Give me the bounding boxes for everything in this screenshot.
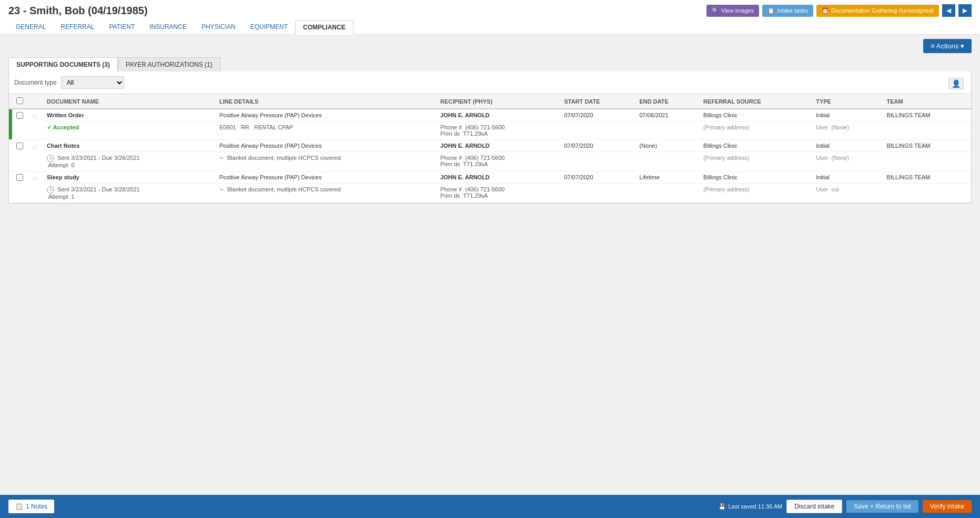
recipient-main-cell: JOHN E. ARNOLD [436,109,560,121]
header: 23 - Smith, Bob (04/19/1985) 🔍 View imag… [0,0,980,35]
documents-table: DOCUMENT NAME LINE DETAILS RECIPIENT (PH… [9,94,971,203]
table-row-detail-2: Sent 3/23/2021 - Due 3/26/2021 Attempt 0… [9,152,971,171]
start-date-cell: 07/07/2020 [560,109,635,121]
select-all-checkbox[interactable] [16,97,23,104]
referral-source-sub-cell-2: (Primary address) [699,152,812,171]
doc-name-cell-2: Chart Notes [43,140,215,152]
header-buttons: 🔍 View images 📋 Intake tasks ⏰ Documenta… [706,4,972,17]
referral-source-main-cell-3: Billings Clinic [699,171,812,184]
doc-gathering-button[interactable]: ⏰ Documentation Gathering /(unassigned) [816,5,939,17]
row-checkbox-2[interactable] [16,143,23,149]
doc-name-cell: Written Order [43,109,215,121]
content: ≡ Actions ▾ SUPPORTING DOCUMENTS (3) PAY… [0,35,980,208]
recipient-name: JOHN E. ARNOLD [440,112,490,118]
end-date-detail-3 [635,184,700,203]
referral-source-main-cell-2: Billings Clinic [699,140,812,152]
tab-payer-auth[interactable]: PAYER AUTHORIZATIONS (1) [118,57,220,72]
patient-title: 23 - Smith, Bob (04/19/1985) [8,5,148,17]
th-check [12,94,27,109]
tab-physician[interactable]: PHYSICIAN [194,20,243,34]
team-cell-2: BILLINGS TEAM [883,140,971,152]
line-details-sub-cell-3: ⤷ Blanket document, multiple HCPCS cover… [215,184,436,203]
line-details-sub-cell: E0601 RR RENTAL CPAP [215,121,436,140]
th-end-date: END DATE [635,94,700,109]
tab-patient[interactable]: PATIENT [102,20,142,34]
recipient-detail-cell: Phone # (406) 721-5600Prim dx T71.29xA [436,121,560,140]
nav-tabs: GENERAL REFERRAL PATIENT INSURANCE PHYSI… [8,20,972,34]
team-detail-2 [883,152,971,171]
view-images-button[interactable]: 🔍 View images [706,5,759,17]
referral-source-sub-cell: (Primary address) [699,121,812,140]
main-area: ≡ Actions ▾ SUPPORTING DOCUMENTS (3) PAY… [0,35,980,208]
start-date-cell-2: 07/07/2020 [560,140,635,152]
th-doc-name: DOCUMENT NAME [43,94,215,109]
row-star-cell-3: ☆ [27,171,43,203]
team-cell-3: BILLINGS TEAM [883,171,971,184]
type-main-cell: Initial [812,109,882,121]
doc-type-select[interactable]: All Written Order Chart Notes Sleep stud… [61,76,124,89]
star-icon-3[interactable]: ☆ [32,174,38,182]
line-details-main-cell-3: Positive Airway Pressure (PAP) Devices [215,171,436,184]
recipient-detail-cell-2: Phone # (406) 721-5600Prim dx T71.29xA [436,152,560,171]
line-details-main-cell: Positive Airway Pressure (PAP) Devices [215,109,436,121]
blanket-icon: ⤷ [219,155,224,161]
tab-general[interactable]: GENERAL [8,20,53,34]
doc-name-cell-3: Sleep study [43,171,215,184]
doc-name: Written Order [47,112,84,118]
person-icon-button[interactable]: 👤 [948,78,964,89]
row-checkbox-3[interactable] [16,174,23,181]
table-row-detail: ✓ Accepted E0601 RR RENTAL CPAP Phone # … [9,121,971,140]
doc-status-cell-3: Sent 3/23/2021 - Due 3/28/2021 Attempt 1 [43,184,215,203]
header-top: 23 - Smith, Bob (04/19/1985) 🔍 View imag… [8,4,972,20]
table-body: ☆ Written Order Positive Airway Pressure… [9,109,971,203]
table-container: DOCUMENT NAME LINE DETAILS RECIPIENT (PH… [8,94,972,204]
start-date-cell-3: 07/07/2020 [560,171,635,184]
doc-status-cell: ✓ Accepted [43,121,215,140]
start-date-detail [560,121,635,140]
type-sub-cell-3: User cui [812,184,882,203]
doc-filter: Document type All Written Order Chart No… [8,72,972,94]
row-checkbox-cell-2 [12,140,27,171]
end-date-detail-2 [635,152,700,171]
actions-button[interactable]: ≡ Actions ▾ [923,39,972,53]
row-checkbox-cell [12,109,27,140]
star-icon[interactable]: ☆ [32,112,38,120]
row-checkbox-cell-3 [12,171,27,203]
row-star-cell-2: ☆ [27,140,43,171]
star-icon-2[interactable]: ☆ [32,143,38,151]
th-star [27,94,43,109]
nav-next-button[interactable]: ▶ [958,4,972,17]
team-detail [883,121,971,140]
tab-equipment[interactable]: EQUIPMENT [243,20,295,34]
tab-compliance[interactable]: COMPLIANCE [295,20,353,35]
start-date-detail-2 [560,152,635,171]
tasks-icon: 📋 [767,7,775,14]
end-date-cell-2: (None) [635,140,700,152]
tab-insurance[interactable]: INSURANCE [142,20,194,34]
clock-icon-3 [47,186,54,194]
intake-tasks-button[interactable]: 📋 Intake tasks [762,5,813,17]
table-row-3: ☆ Sleep study Positive Airway Pressure (… [9,171,971,184]
tab-referral[interactable]: REFERRAL [53,20,102,34]
row-checkbox[interactable] [16,112,23,119]
nav-prev-button[interactable]: ◀ [942,4,955,17]
tab-supporting-docs[interactable]: SUPPORTING DOCUMENTS (3) [8,57,118,72]
th-team: TEAM [883,94,971,109]
th-start-date: START DATE [560,94,635,109]
doc-status-cell-2: Sent 3/23/2021 - Due 3/26/2021 Attempt 0 [43,152,215,171]
end-date-cell-3: Lifetime [635,171,700,184]
clock-icon-2 [47,155,54,162]
line-details-sub-cell-2: ⤷ Blanket document, multiple HCPCS cover… [215,152,436,171]
referral-source-sub-cell-3: (Primary address) [699,184,812,203]
recipient-detail-cell-3: Phone # (406) 721-5600Prim dx T71.29xA [436,184,560,203]
doc-name-3: Sleep study [47,174,79,180]
sub-tabs: SUPPORTING DOCUMENTS (3) PAYER AUTHORIZA… [8,57,972,72]
image-icon: 🔍 [712,7,719,14]
start-date-detail-3 [560,184,635,203]
recipient-name-3: JOHN E. ARNOLD [440,174,490,180]
referral-source-main-cell: Billings Clinic [699,109,812,121]
recipient-main-cell-3: JOHN E. ARNOLD [436,171,560,184]
type-sub-cell: User (None) [812,121,882,140]
end-date-cell: 07/06/2021 [635,109,700,121]
th-type: TYPE [812,94,882,109]
